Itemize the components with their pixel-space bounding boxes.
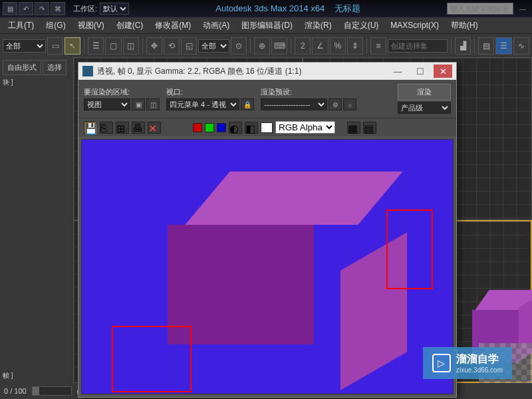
maximize-button[interactable]: ☐ [411, 65, 430, 78]
selection-set-input[interactable] [388, 39, 448, 53]
menu-rendering[interactable]: 渲染(R) [299, 19, 337, 33]
label-frame: 帧 ] [3, 371, 70, 380]
tab-freeform[interactable]: 自由形式 [3, 60, 41, 75]
clear-button[interactable]: ✕ [148, 122, 161, 134]
select-object-button[interactable]: ▭ [47, 37, 63, 55]
auto-region-button[interactable]: ◫ [146, 98, 160, 110]
ribbon-sidebar: 自由形式 选择 块 ] 帧 ] [0, 57, 73, 383]
area-to-render-dropdown[interactable]: 视图 [84, 98, 130, 110]
render-window-icon [82, 66, 93, 76]
snap-percent-button[interactable]: % [330, 37, 346, 55]
separator [474, 38, 475, 54]
ref-coord-dropdown[interactable]: 全部 [198, 39, 229, 53]
tab-selection[interactable]: 选择 [43, 60, 66, 75]
frame-counter: 0 / 100 [4, 387, 27, 395]
mirror-button[interactable]: ▟ [455, 37, 471, 55]
redo-button[interactable]: ↷ [35, 2, 49, 15]
production-dropdown[interactable]: 产品级 [398, 102, 451, 114]
separator [142, 38, 143, 54]
annotation-rect-2 [386, 209, 433, 289]
rectangular-selection-button[interactable]: ▢ [105, 37, 121, 55]
viewport-label: 视口: [166, 87, 254, 97]
minimize-button[interactable]: — [388, 65, 407, 78]
window-controls: — [516, 3, 529, 14]
render-toolbar: 💾 ⎘ ⊞ 🖶 ✕ ◐ ◧ RGB Alpha ▦ ▤ [78, 118, 456, 136]
viewport-dropdown[interactable]: 四元菜单 4 - 透视 [166, 98, 239, 110]
menu-create[interactable]: 创建(C) [111, 19, 149, 33]
manipulate-button[interactable]: ⊕ [254, 37, 270, 55]
menu-graph-editors[interactable]: 图形编辑器(D) [236, 19, 298, 33]
help-search-input[interactable] [447, 3, 513, 15]
workspace-dropdown[interactable]: 默认 [100, 3, 129, 15]
menu-maxscript[interactable]: MAXScript(X) [385, 19, 444, 31]
named-selection-button[interactable]: ≡ [370, 37, 386, 55]
close-button[interactable]: ✕ [434, 65, 452, 78]
separator [84, 38, 84, 54]
app-menu-button[interactable]: ▤ [3, 2, 17, 15]
lock-viewport-button[interactable]: 🔒 [241, 98, 254, 110]
annotation-rect-1 [112, 326, 192, 392]
select-by-name-button[interactable]: ☰ [88, 37, 104, 55]
green-channel-swatch[interactable] [205, 123, 214, 132]
render-setup-button[interactable]: ⚙ [329, 98, 342, 110]
channel-dropdown[interactable]: RGB Alpha [275, 121, 335, 134]
rotate-button[interactable]: ⟲ [164, 37, 180, 55]
app-title: Autodesk 3ds Max 2014 x64 无标题 [132, 3, 444, 15]
render-titlebar[interactable]: 透视, 帧 0, 显示 Gamma: 2.2, RGBA 颜色 16 位/通道 … [78, 63, 456, 80]
minimize-button[interactable]: — [516, 3, 529, 14]
print-button[interactable]: 🖶 [132, 122, 145, 134]
alpha-channel-button[interactable]: ◐ [229, 122, 242, 134]
mono-button[interactable]: ◧ [245, 122, 258, 134]
render-controls: 要渲染的区域: 视图 ▣ ◫ 视口: 四元菜单 4 - 透视 🔒 渲染预设: -… [78, 80, 456, 118]
curve-editor-button[interactable]: ∿ [513, 37, 529, 55]
separator [366, 38, 367, 54]
align-button[interactable]: ▤ [478, 37, 494, 55]
select-arrow-button[interactable]: ↖ [65, 37, 80, 55]
menu-modifiers[interactable]: 修改器(M) [150, 19, 196, 33]
toggle-overlay-button[interactable]: ▤ [363, 122, 376, 134]
snap-angle-button[interactable]: ∠ [312, 37, 328, 55]
menu-bar: 工具(T) 组(G) 视图(V) 创建(C) 修改器(M) 动画(A) 图形编辑… [0, 17, 532, 33]
render-frame-window: 透视, 帧 0, 显示 Gamma: 2.2, RGBA 颜色 16 位/通道 … [78, 62, 457, 398]
selection-filter-dropdown[interactable]: 全部 [3, 39, 46, 53]
menu-views[interactable]: 视图(V) [72, 19, 110, 33]
menu-animation[interactable]: 动画(A) [198, 19, 235, 33]
move-button[interactable]: ✥ [146, 37, 162, 55]
undo-button[interactable]: ↶ [19, 2, 33, 15]
link-button[interactable]: ⌘ [51, 2, 65, 15]
menu-help[interactable]: 帮助(H) [446, 19, 483, 33]
preset-dropdown[interactable]: ------------------- [261, 98, 327, 110]
blue-channel-swatch[interactable] [217, 123, 226, 132]
snap-2d-button[interactable]: 2 [295, 37, 311, 55]
render-button[interactable]: 渲染 [398, 84, 451, 100]
copy-image-button[interactable]: ⎘ [100, 122, 113, 134]
menu-group[interactable]: 组(G) [41, 19, 70, 33]
keyboard-shortcut-button[interactable]: ⌨ [271, 37, 287, 55]
area-to-render-label: 要渲染的区域: [84, 87, 160, 97]
use-pivot-button[interactable]: ⊙ [231, 37, 247, 55]
spinner-snap-button[interactable]: ⇕ [347, 37, 363, 55]
label-block: 块 ] [3, 78, 70, 87]
edit-region-button[interactable]: ▣ [132, 98, 145, 110]
save-image-button[interactable]: 💾 [84, 122, 97, 134]
toggle-ui-button[interactable]: ▦ [347, 122, 360, 134]
red-channel-swatch[interactable] [193, 123, 202, 132]
preset-label: 渲染预设: [261, 87, 356, 97]
environment-button[interactable]: ☼ [343, 98, 356, 110]
clone-button[interactable]: ⊞ [116, 122, 129, 134]
time-slider[interactable] [32, 386, 72, 396]
watermark-overlay: ▷ 溜溜自学 zixue.3d66.com [423, 347, 512, 379]
rendered-cube [181, 172, 354, 344]
menu-customize[interactable]: 自定义(U) [338, 19, 384, 33]
layer-manager-button[interactable]: ☰ [495, 37, 511, 55]
menu-tools[interactable]: 工具(T) [3, 19, 39, 33]
scale-button[interactable]: ◱ [181, 37, 197, 55]
render-output-viewport[interactable] [81, 139, 454, 394]
watermark-url: zixue.3d66.com [456, 366, 503, 374]
window-crossing-button[interactable]: ◫ [123, 37, 139, 55]
render-window-title: 透视, 帧 0, 显示 Gamma: 2.2, RGBA 颜色 16 位/通道 … [97, 66, 384, 77]
separator [291, 38, 291, 54]
main-toolbar: 全部 ▭ ↖ ☰ ▢ ◫ ✥ ⟲ ◱ 全部 ⊙ ⊕ ⌨ 2 ∠ % ⇕ ≡ ▟ … [0, 33, 532, 57]
color-swatch[interactable] [261, 122, 273, 133]
quick-access-toolbar: ▤ ↶ ↷ ⌘ [3, 2, 65, 15]
